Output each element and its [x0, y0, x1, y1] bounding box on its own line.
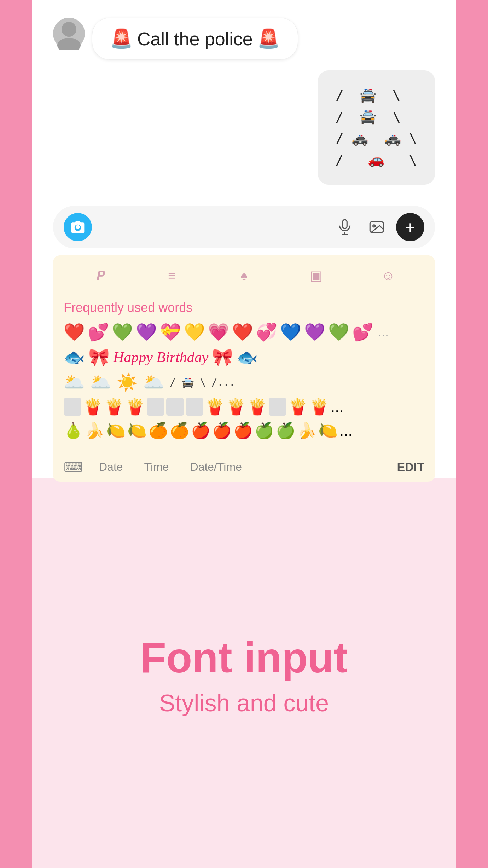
- food-gray5: [269, 398, 286, 416]
- emoji-heart-blue[interactable]: 💙: [280, 322, 301, 342]
- time-button[interactable]: Time: [139, 458, 174, 476]
- message-row-left: 🚨 Call the police 🚨: [53, 18, 435, 60]
- tab-font-label: 𝙋: [96, 268, 104, 283]
- emoji-lemon1[interactable]: 🍋: [106, 421, 126, 440]
- tab-emoji[interactable]: ☺: [352, 262, 424, 290]
- emoji-heart-purple[interactable]: 💜: [136, 322, 157, 342]
- bottom-section: Font input Stylish and cute: [140, 482, 348, 868]
- food-gray3: [166, 398, 184, 416]
- emoji-heart-purple2[interactable]: 💜: [304, 322, 325, 342]
- date-button[interactable]: Date: [94, 458, 128, 476]
- emoji-fries1[interactable]: 🍟: [83, 398, 103, 416]
- camera-button[interactable]: [64, 213, 92, 241]
- emoji-cloud2[interactable]: 🌥️: [90, 372, 111, 392]
- keyboard-tabs: 𝙋 ≡ ♠ ▣ ☺: [53, 255, 435, 293]
- message-bubble-right: / 🚔 \ / 🚔 \ / 🚓 🚓 \ / 🚗 \: [318, 70, 435, 185]
- tab-emoji-label: ☺: [382, 268, 395, 283]
- svg-point-6: [373, 225, 375, 227]
- add-button[interactable]: +: [396, 213, 424, 241]
- emoji-heart-pink2[interactable]: 💗: [208, 322, 229, 342]
- emoji-heart-green2[interactable]: 💚: [328, 322, 349, 342]
- emoji-heart-pink[interactable]: 💕: [88, 322, 109, 342]
- tab-font[interactable]: 𝙋: [64, 262, 136, 290]
- emoji-cloud1[interactable]: 🌥️: [64, 372, 85, 392]
- side-bar-right: [456, 0, 488, 868]
- food-gray1: [64, 398, 81, 416]
- frequently-used-section: Frequently used words ❤️ 💕 💚 💜 💝 💛 💗 ❤️ …: [53, 293, 435, 452]
- emoji-pear2[interactable]: 🍏: [255, 421, 274, 440]
- emoji-fries5[interactable]: 🍟: [226, 398, 246, 416]
- svg-rect-2: [343, 220, 347, 228]
- emoji-heart-pink3[interactable]: 💕: [352, 322, 373, 342]
- emoji-lemon2[interactable]: 🍋: [127, 421, 147, 440]
- message-bubble-left: 🚨 Call the police 🚨: [92, 18, 298, 60]
- svg-point-0: [62, 22, 76, 37]
- keyboard-icon: ⌨: [64, 459, 83, 475]
- heart-row: ❤️ 💕 💚 💜 💝 💛 💗 ❤️ 💞 💙 💜 💚 💕 ...: [64, 322, 424, 342]
- emoji-fries6[interactable]: 🍟: [248, 398, 267, 416]
- emoji-fries7[interactable]: 🍟: [288, 398, 308, 416]
- food-more[interactable]: ...: [331, 398, 344, 416]
- police-art: / 🚔 \ / 🚔 \ / 🚓 🚓 \ / 🚗 \: [336, 85, 417, 170]
- photo-button[interactable]: [364, 215, 389, 239]
- tab-symbol-label: ♠: [240, 268, 248, 283]
- side-bar-left: [0, 0, 32, 868]
- emoji-left: 🚨: [110, 28, 133, 50]
- tab-grid[interactable]: ▣: [280, 262, 352, 290]
- emoji-fries8[interactable]: 🍟: [309, 398, 329, 416]
- emoji-fries4[interactable]: 🍟: [205, 398, 225, 416]
- emoji-fish1[interactable]: 🐟: [64, 347, 85, 367]
- keyboard-icon-button[interactable]: ⌨: [64, 459, 83, 475]
- tab-symbol[interactable]: ♠: [208, 262, 280, 290]
- emoji-bow1[interactable]: 🎀: [88, 347, 110, 367]
- keyboard-bottom: ⌨ Date Time Date/Time EDIT: [53, 452, 435, 482]
- emoji-banana2[interactable]: 🍌: [297, 421, 316, 440]
- emoji-heart-red2[interactable]: ❤️: [232, 322, 253, 342]
- datetime-button[interactable]: Date/Time: [185, 458, 247, 476]
- emoji-heart-red[interactable]: ❤️: [64, 322, 85, 342]
- fruit-more[interactable]: ...: [339, 422, 353, 439]
- input-bar: +: [53, 206, 435, 248]
- emoji-lemon3[interactable]: 🍋: [318, 421, 338, 440]
- tab-grid-label: ▣: [310, 268, 323, 283]
- emoji-apple-red2[interactable]: 🍎: [212, 421, 232, 440]
- emoji-heart-green[interactable]: 💚: [112, 322, 133, 342]
- fruit-row: 🍐 🍌 🍋 🍋 🍊 🍊 🍎 🍎 🍎 🍏 🍏 🍌 🍋 ...: [64, 421, 424, 440]
- food-gray4: [186, 398, 203, 416]
- emoji-pear1[interactable]: 🍐: [64, 421, 83, 440]
- emoji-fish2[interactable]: 🐟: [237, 347, 258, 367]
- emoji-bow2[interactable]: 🎀: [212, 347, 233, 367]
- emoji-cloud3[interactable]: 🌥️: [143, 372, 164, 392]
- emoji-heart-yellow[interactable]: 💛: [184, 322, 205, 342]
- food-row: 🍟 🍟 🍟 🍟 🍟 🍟 🍟 🍟 ...: [64, 398, 424, 416]
- emoji-heart-sparkle[interactable]: 💝: [160, 322, 181, 342]
- add-icon: +: [405, 218, 415, 237]
- tab-list[interactable]: ≡: [136, 262, 208, 290]
- main-content: 🚨 Call the police 🚨 / 🚔 \ / 🚔 \ / 🚓 🚓 \ …: [32, 0, 456, 868]
- emoji-orange2[interactable]: 🍊: [170, 421, 189, 440]
- emoji-apple-green[interactable]: 🍏: [276, 421, 295, 440]
- emoji-apple-red3[interactable]: 🍎: [233, 421, 253, 440]
- emoji-banana1[interactable]: 🍌: [85, 421, 104, 440]
- section-title: Frequently used words: [64, 300, 424, 315]
- tab-list-label: ≡: [168, 268, 176, 283]
- keyboard-area: 𝙋 ≡ ♠ ▣ ☺ Frequently used words ❤️ 💕 💚: [53, 255, 435, 482]
- emoji-apple-red1[interactable]: 🍎: [191, 421, 210, 440]
- emoji-heart-revolving[interactable]: 💞: [256, 322, 277, 342]
- emoji-right: 🚨: [257, 28, 280, 50]
- emoji-fries2[interactable]: 🍟: [104, 398, 124, 416]
- message-text: Call the police: [137, 28, 253, 50]
- avatar: [53, 18, 85, 50]
- emoji-fries3[interactable]: 🍟: [126, 398, 145, 416]
- police-inline[interactable]: / 🚔 \: [170, 377, 206, 388]
- microphone-button[interactable]: [332, 215, 357, 239]
- emoji-orange1[interactable]: 🍊: [149, 421, 168, 440]
- birthday-text[interactable]: Happy Birthday: [113, 349, 208, 366]
- emoji-sun[interactable]: ☀️: [117, 372, 138, 392]
- heart-more[interactable]: ...: [378, 325, 389, 340]
- chat-area: 🚨 Call the police 🚨 / 🚔 \ / 🚔 \ / 🚓 🚓 \ …: [32, 0, 456, 206]
- svg-point-1: [57, 38, 81, 50]
- police-inline2[interactable]: /...: [211, 377, 235, 388]
- edit-button[interactable]: EDIT: [397, 460, 424, 474]
- weather-row: 🌥️ 🌥️ ☀️ 🌥️ / 🚔 \ /...: [64, 372, 424, 392]
